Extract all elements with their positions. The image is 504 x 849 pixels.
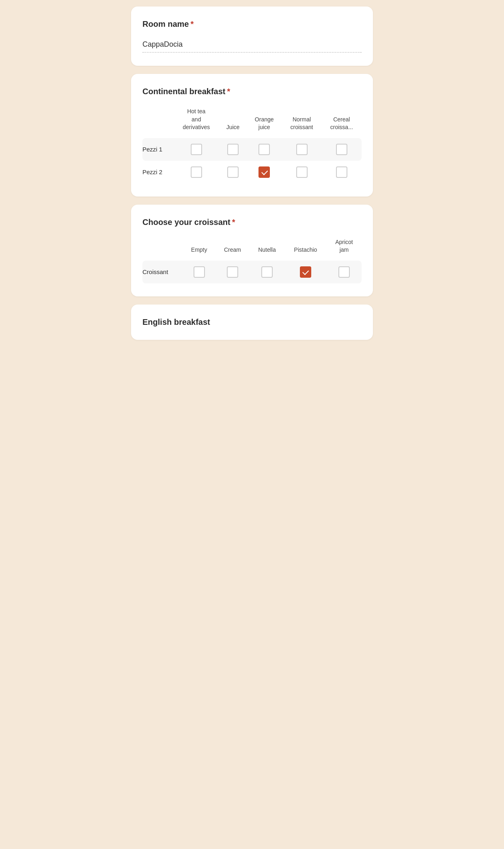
continental-breakfast-title: Continental breakfast* <box>142 87 362 96</box>
continental-required-star: * <box>227 87 230 96</box>
cell-pezzi1-cereal-croissant[interactable] <box>322 138 362 161</box>
checkbox-pezzi2-orange-juice[interactable] <box>258 166 270 178</box>
table-row: Pezzi 2 <box>142 161 362 184</box>
checkbox-croissant-cream[interactable] <box>227 266 238 278</box>
cell-pezzi2-hot-tea[interactable] <box>174 161 219 184</box>
row-label-pezzi2: Pezzi 2 <box>142 161 174 184</box>
col-header-cereal-croissant: Cerealcroissa... <box>322 104 362 138</box>
col-header-empty-filling: Empty <box>183 235 215 261</box>
checkbox-pezzi1-orange-juice[interactable] <box>258 144 270 155</box>
checkbox-pezzi2-cereal-croissant[interactable] <box>336 166 347 178</box>
col-header-juice: Juice <box>219 104 247 138</box>
col-header-orange-juice: Orangejuice <box>247 104 282 138</box>
col-header-hot-tea: Hot teaandderivatives <box>174 104 219 138</box>
checkbox-pezzi2-normal-croissant[interactable] <box>296 166 308 178</box>
checkbox-croissant-pistachio[interactable] <box>300 266 311 278</box>
col-header-empty2 <box>142 235 183 261</box>
cell-pezzi1-orange-juice[interactable] <box>247 138 282 161</box>
row-label-pezzi1: Pezzi 1 <box>142 138 174 161</box>
continental-breakfast-table: Hot teaandderivatives Juice Orangejuice … <box>142 104 362 184</box>
room-name-input[interactable] <box>142 37 362 53</box>
checkbox-croissant-empty[interactable] <box>194 266 205 278</box>
checkbox-pezzi1-hot-tea[interactable] <box>191 144 202 155</box>
croissant-required-star: * <box>232 218 235 227</box>
table-row: Croissant <box>142 261 362 283</box>
table-row: Pezzi 1 <box>142 138 362 161</box>
checkbox-croissant-apricot-jam[interactable] <box>338 266 350 278</box>
cell-croissant-cream[interactable] <box>215 261 250 283</box>
cell-croissant-empty[interactable] <box>183 261 215 283</box>
checkbox-pezzi1-normal-croissant[interactable] <box>296 144 308 155</box>
cell-croissant-apricot-jam[interactable] <box>327 261 362 283</box>
english-breakfast-card: English breakfast <box>131 305 373 340</box>
col-header-pistachio: Pistachio <box>284 235 327 261</box>
cell-pezzi2-juice[interactable] <box>219 161 247 184</box>
croissant-table-container: Empty Cream Nutella Pistachio Apricotjam… <box>142 235 362 283</box>
cell-croissant-nutella[interactable] <box>250 261 284 283</box>
room-name-label-text: Room name <box>142 19 189 28</box>
col-header-normal-croissant: Normalcroissant <box>282 104 321 138</box>
continental-breakfast-card: Continental breakfast* Hot teaandderivat… <box>131 74 373 197</box>
col-header-apricot-jam: Apricotjam <box>327 235 362 261</box>
checkbox-pezzi2-juice[interactable] <box>227 166 239 178</box>
english-breakfast-title: English breakfast <box>142 318 362 327</box>
cell-pezzi1-normal-croissant[interactable] <box>282 138 321 161</box>
cell-pezzi1-hot-tea[interactable] <box>174 138 219 161</box>
cell-pezzi2-normal-croissant[interactable] <box>282 161 321 184</box>
room-name-label: Room name* <box>142 19 362 29</box>
checkbox-pezzi1-cereal-croissant[interactable] <box>336 144 347 155</box>
required-star: * <box>190 19 194 28</box>
cell-pezzi1-juice[interactable] <box>219 138 247 161</box>
col-header-cream: Cream <box>215 235 250 261</box>
row-label-croissant: Croissant <box>142 261 183 283</box>
col-header-nutella: Nutella <box>250 235 284 261</box>
croissant-table: Empty Cream Nutella Pistachio Apricotjam… <box>142 235 362 283</box>
checkbox-pezzi1-juice[interactable] <box>227 144 239 155</box>
checkbox-pezzi2-hot-tea[interactable] <box>191 166 202 178</box>
cell-pezzi2-cereal-croissant[interactable] <box>322 161 362 184</box>
checkbox-croissant-nutella[interactable] <box>261 266 273 278</box>
cell-pezzi2-orange-juice[interactable] <box>247 161 282 184</box>
continental-table-container: Hot teaandderivatives Juice Orangejuice … <box>142 104 362 184</box>
cell-croissant-pistachio[interactable] <box>284 261 327 283</box>
croissant-title: Choose your croissant* <box>142 218 362 227</box>
col-header-empty <box>142 104 174 138</box>
room-name-card: Room name* <box>131 6 373 66</box>
croissant-card: Choose your croissant* Empty Cream Nutel… <box>131 205 373 296</box>
